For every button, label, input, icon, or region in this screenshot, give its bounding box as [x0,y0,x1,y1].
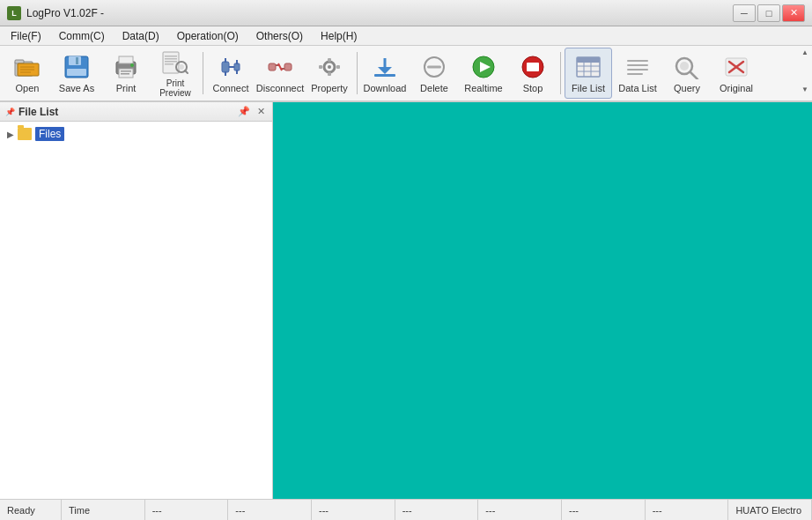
query-icon [673,53,701,81]
save-as-icon [63,53,91,81]
data-list-icon [624,53,652,81]
svg-rect-58 [627,64,648,66]
svg-rect-40 [319,65,322,69]
save-as-label: Save As [59,83,94,93]
toolbar-print-preview[interactable]: Print Preview [151,48,199,99]
svg-rect-11 [119,56,133,63]
toolbar-data-list[interactable]: Data List [614,48,661,99]
svg-point-37 [328,65,331,69]
menu-others[interactable]: Others(O) [247,26,312,45]
toolbar-sep-3 [560,52,561,94]
menu-help[interactable]: Help(H) [312,26,365,45]
pin-indicator: 📌 [5,108,15,116]
panel-close-button[interactable]: ✕ [255,106,267,117]
toolbar-open[interactable]: Open [4,48,51,99]
menu-file[interactable]: File(F) [2,26,50,45]
svg-rect-60 [627,73,643,75]
status-col3: --- [312,500,395,520]
toolbar-sep-1 [203,52,203,94]
original-label: Original [720,83,753,93]
file-list-body: ▶ Files [0,122,272,499]
toolbar-connect[interactable]: Connect [207,48,255,99]
svg-point-15 [130,63,134,67]
status-col1: --- [145,500,229,520]
app-icon: L [7,6,21,20]
menu-comm[interactable]: Comm(C) [50,26,114,45]
overflow-down[interactable]: ▼ [801,86,808,93]
toolbar-property[interactable]: Property [306,48,353,99]
svg-rect-29 [236,60,238,64]
toolbar-print[interactable]: Print [102,48,150,99]
toolbar-original[interactable]: Original [712,48,760,99]
svg-rect-8 [76,57,78,64]
svg-line-22 [185,71,188,73]
overflow-up[interactable]: ▲ [801,49,808,56]
connect-icon [217,53,245,81]
file-list-panel-title: 📌 File List [5,106,58,118]
toolbar-disconnect[interactable]: Disconnect [256,48,304,99]
toolbar-save-as[interactable]: Save As [53,48,100,99]
stop-label: Stop [523,83,543,93]
open-icon [13,53,41,81]
status-col2: --- [228,500,312,520]
status-col5: --- [478,500,562,520]
svg-rect-32 [284,63,292,71]
query-label: Query [674,83,700,93]
toolbar-delete[interactable]: Delete [410,48,458,99]
svg-rect-7 [69,56,81,65]
panel-pin-button[interactable]: 📌 [236,106,252,117]
svg-line-62 [690,72,698,79]
maximize-button[interactable]: □ [757,4,780,22]
folder-icon [18,128,32,140]
minimize-button[interactable]: ─ [733,4,756,22]
toolbar-realtime[interactable]: Realtime [460,48,507,99]
svg-rect-9 [67,69,86,76]
print-preview-icon [161,48,189,77]
svg-rect-14 [121,73,129,75]
title-controls: ─ □ ✕ [733,4,805,22]
menu-operation[interactable]: Operation(O) [168,26,247,45]
status-col7: --- [646,500,729,520]
status-col4: --- [395,500,479,520]
realtime-label: Realtime [464,83,502,93]
print-preview-label: Print Preview [152,78,198,98]
file-list-panel-header: 📌 File List 📌 ✕ [0,102,272,122]
svg-rect-25 [225,58,226,63]
svg-rect-52 [577,57,600,63]
toolbar-overflow: ▲ ▼ [800,46,810,97]
status-company: HUATO Electro [728,500,812,520]
svg-rect-41 [336,65,340,69]
delete-label: Delete [420,83,448,93]
menu-bar: File(F) Comm(C) Data(D) Operation(O) Oth… [0,26,812,46]
toolbar-query[interactable]: Query [663,48,711,99]
menu-data[interactable]: Data(D) [114,26,168,45]
download-icon [371,53,399,81]
svg-point-23 [179,64,184,70]
svg-rect-17 [165,56,177,57]
svg-point-63 [680,62,689,71]
svg-rect-30 [236,70,238,74]
tree-item-label: Files [35,127,64,141]
svg-rect-24 [222,62,229,72]
toolbar-file-list[interactable]: File List [565,48,612,99]
title-bar-left: L LogPro V1.02F - [7,6,104,20]
title-bar: L LogPro V1.02F - ─ □ ✕ [0,0,812,26]
original-icon [722,53,750,81]
tree-item-files[interactable]: ▶ Files [4,125,269,143]
property-label: Property [311,83,348,93]
download-label: Download [364,83,407,93]
close-button[interactable]: ✕ [782,4,805,22]
tree-expand-icon: ▶ [7,130,14,139]
toolbar-download[interactable]: Download [361,48,409,99]
svg-rect-44 [374,74,395,77]
status-ready: Ready [0,500,62,520]
toolbar-stop[interactable]: Stop [509,48,557,99]
svg-rect-28 [234,63,240,71]
main-content: 📌 File List 📌 ✕ ▶ Files [0,102,812,499]
realtime-icon [469,53,498,81]
svg-rect-18 [165,58,177,60]
svg-rect-39 [328,72,331,76]
toolbar-sep-2 [357,52,358,94]
svg-rect-38 [328,58,331,62]
svg-rect-50 [527,63,539,71]
